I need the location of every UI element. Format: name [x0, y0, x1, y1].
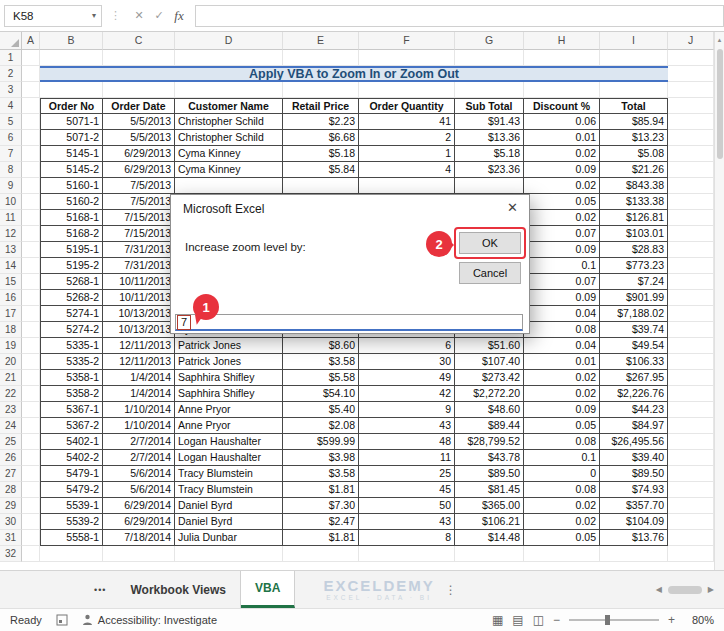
cell-H10[interactable]: 0.05: [524, 194, 600, 210]
cell-F6[interactable]: 2: [359, 130, 455, 146]
column-header-J[interactable]: J: [668, 32, 714, 50]
cell-B29[interactable]: 5539-1: [40, 498, 103, 514]
cell-G3[interactable]: [455, 82, 524, 98]
cell-J26[interactable]: [668, 450, 714, 466]
row-header-3[interactable]: 3: [0, 82, 22, 98]
cell-I15[interactable]: $7.24: [600, 274, 668, 290]
cell-H24[interactable]: 0.05: [524, 418, 600, 434]
cell-A7[interactable]: [22, 146, 40, 162]
cell-C7[interactable]: 6/29/2013: [103, 146, 175, 162]
cell-H28[interactable]: 0.08: [524, 482, 600, 498]
cell-E23[interactable]: $5.40: [283, 402, 359, 418]
cell-D30[interactable]: Daniel Byrd: [175, 514, 283, 530]
cell-A23[interactable]: [22, 402, 40, 418]
cell-I25[interactable]: $26,495.56: [600, 434, 668, 450]
cell-J31[interactable]: [668, 530, 714, 546]
cell-I17[interactable]: $7,188.02: [600, 306, 668, 322]
vscroll-thumb[interactable]: [717, 49, 723, 159]
cell-B24[interactable]: 5367-2: [40, 418, 103, 434]
cell-E8[interactable]: $5.84: [283, 162, 359, 178]
cell-F26[interactable]: 11: [359, 450, 455, 466]
column-header-G[interactable]: G: [455, 32, 524, 50]
cell-I16[interactable]: $901.99: [600, 290, 668, 306]
cell-G5[interactable]: $91.43: [455, 114, 524, 130]
cell-D9[interactable]: [175, 178, 283, 194]
cell-H13[interactable]: 0.09: [524, 242, 600, 258]
cell-B22[interactable]: 5358-2: [40, 386, 103, 402]
cell-H21[interactable]: 0.02: [524, 370, 600, 386]
row-header-12[interactable]: 12: [0, 226, 22, 242]
cell-F30[interactable]: 43: [359, 514, 455, 530]
row-header-9[interactable]: 9: [0, 178, 22, 194]
cell-G32[interactable]: [455, 546, 524, 562]
cell-B31[interactable]: 5558-1: [40, 530, 103, 546]
cell-B13[interactable]: 5195-1: [40, 242, 103, 258]
cell-G27[interactable]: $89.50: [455, 466, 524, 482]
cell-I19[interactable]: $49.54: [600, 338, 668, 354]
scroll-right-icon[interactable]: ▶: [704, 585, 718, 594]
cell-B11[interactable]: 5168-1: [40, 210, 103, 226]
cell-J12[interactable]: [668, 226, 714, 242]
cell-B28[interactable]: 5479-2: [40, 482, 103, 498]
cell-I20[interactable]: $106.33: [600, 354, 668, 370]
cell-E24[interactable]: $2.08: [283, 418, 359, 434]
row-header-19[interactable]: 19: [0, 338, 22, 354]
row-header-23[interactable]: 23: [0, 402, 22, 418]
formula-input[interactable]: [195, 5, 724, 27]
row-header-8[interactable]: 8: [0, 162, 22, 178]
cell-H6[interactable]: 0.01: [524, 130, 600, 146]
name-box-dropdown-icon[interactable]: ▾: [92, 11, 101, 20]
cell-J7[interactable]: [668, 146, 714, 162]
cell-D3[interactable]: [175, 82, 283, 98]
cell-C23[interactable]: 1/10/2014: [103, 402, 175, 418]
cell-B19[interactable]: 5335-1: [40, 338, 103, 354]
cell-I6[interactable]: $13.23: [600, 130, 668, 146]
cell-H31[interactable]: 0.05: [524, 530, 600, 546]
cell-J18[interactable]: [668, 322, 714, 338]
cell-B16[interactable]: 5268-2: [40, 290, 103, 306]
cell-H20[interactable]: 0.01: [524, 354, 600, 370]
cell-D27[interactable]: Tracy Blumstein: [175, 466, 283, 482]
cell-H25[interactable]: 0.08: [524, 434, 600, 450]
cell-J13[interactable]: [668, 242, 714, 258]
cell-A18[interactable]: [22, 322, 40, 338]
cell-G20[interactable]: $107.40: [455, 354, 524, 370]
zoom-slider[interactable]: [569, 613, 659, 627]
cell-J25[interactable]: [668, 434, 714, 450]
cell-F4[interactable]: Order Quantity: [359, 98, 455, 114]
cell-H9[interactable]: 0.02: [524, 178, 600, 194]
cell-A1[interactable]: [22, 50, 40, 66]
cell-A13[interactable]: [22, 242, 40, 258]
cell-E28[interactable]: $1.81: [283, 482, 359, 498]
cell-F29[interactable]: 50: [359, 498, 455, 514]
row-header-28[interactable]: 28: [0, 482, 22, 498]
cell-A5[interactable]: [22, 114, 40, 130]
cell-A10[interactable]: [22, 194, 40, 210]
ok-button[interactable]: OK: [459, 232, 521, 254]
cell-F24[interactable]: 43: [359, 418, 455, 434]
cell-B7[interactable]: 5145-1: [40, 146, 103, 162]
column-header-A[interactable]: A: [22, 32, 40, 50]
cell-E7[interactable]: $5.18: [283, 146, 359, 162]
cell-E31[interactable]: $1.81: [283, 530, 359, 546]
row-header-20[interactable]: 20: [0, 354, 22, 370]
row-header-10[interactable]: 10: [0, 194, 22, 210]
cell-I29[interactable]: $357.70: [600, 498, 668, 514]
cell-D4[interactable]: Customer Name: [175, 98, 283, 114]
cell-H1[interactable]: [524, 50, 600, 66]
cell-H5[interactable]: 0.06: [524, 114, 600, 130]
tab-menu-dots-icon[interactable]: ⋮: [435, 583, 467, 597]
cell-G29[interactable]: $365.00: [455, 498, 524, 514]
cell-G23[interactable]: $48.60: [455, 402, 524, 418]
cell-C5[interactable]: 5/5/2013: [103, 114, 175, 130]
cell-B23[interactable]: 5367-1: [40, 402, 103, 418]
cell-D6[interactable]: Christopher Schild: [175, 130, 283, 146]
cell-C3[interactable]: [103, 82, 175, 98]
cell-D28[interactable]: Tracy Blumstein: [175, 482, 283, 498]
cell-F20[interactable]: 30: [359, 354, 455, 370]
cell-J1[interactable]: [668, 50, 714, 66]
cell-E22[interactable]: $54.10: [283, 386, 359, 402]
cell-E32[interactable]: [283, 546, 359, 562]
cell-C28[interactable]: 5/6/2014: [103, 482, 175, 498]
cell-H19[interactable]: 0.04: [524, 338, 600, 354]
